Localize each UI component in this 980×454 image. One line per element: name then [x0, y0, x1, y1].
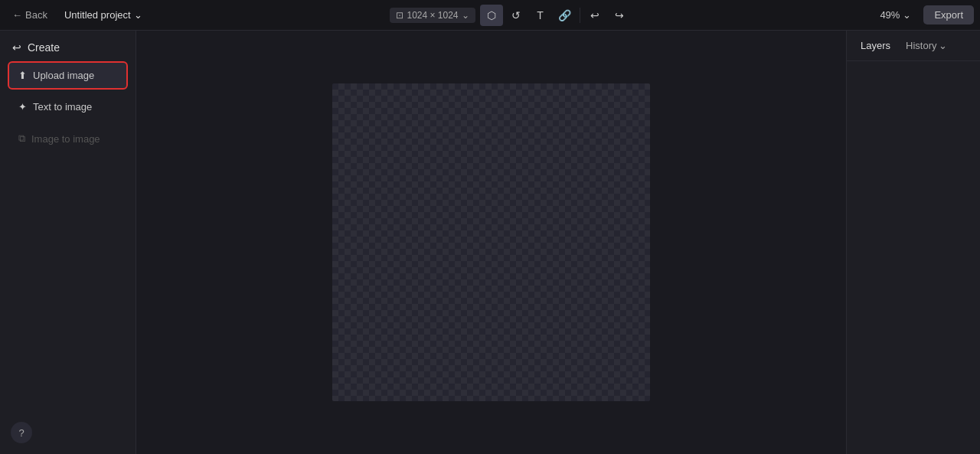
export-label: Export [934, 9, 963, 21]
sidebar-item-image-to-image: ⧉ Image to image [8, 124, 128, 153]
project-title-chevron-icon: ⌄ [134, 9, 142, 21]
layers-tab-label: Layers [861, 40, 890, 51]
header-center: ⊡ 1024 × 1024 ⌄ ⬡ ↺ T 🔗 ↩ ↪ [153, 5, 868, 26]
zoom-chevron-icon: ⌄ [903, 9, 911, 21]
sidebar-items: ⬆ Upload image ✦ Text to image ⧉ Image t… [0, 61, 136, 153]
text-tool-button[interactable]: T [529, 5, 552, 26]
create-icon: ↩ [12, 41, 21, 54]
canvas-area [136, 31, 846, 454]
zoom-button[interactable]: 49% ⌄ [874, 6, 917, 24]
right-sidebar: Layers History ⌄ [846, 31, 980, 454]
image-to-image-icon: ⧉ [18, 132, 25, 145]
history-chevron-icon: ⌄ [939, 40, 947, 51]
zoom-value: 49% [880, 9, 900, 21]
project-title[interactable]: Untitled project ⌄ [60, 6, 147, 24]
toolbar: ⬡ ↺ T 🔗 ↩ ↪ [480, 5, 631, 26]
sidebar-item-upload-image[interactable]: ⬆ Upload image [8, 61, 128, 90]
body: ↩ Create ⬆ Upload image ✦ Text to image … [0, 31, 980, 454]
text-to-image-icon: ✦ [18, 101, 27, 113]
upload-image-icon: ⬆ [18, 70, 27, 81]
back-icon: ← [12, 9, 22, 21]
toolbar-divider [580, 8, 580, 23]
canvas-size-chevron-icon: ⌄ [462, 10, 469, 21]
canvas-size-icon: ⊡ [396, 10, 403, 21]
project-title-text: Untitled project [64, 9, 131, 21]
redo-button[interactable]: ↪ [608, 5, 631, 26]
select-tool-button[interactable]: ⬡ [480, 5, 503, 26]
left-sidebar: ↩ Create ⬆ Upload image ✦ Text to image … [0, 31, 136, 454]
header: ← Back Untitled project ⌄ ⊡ 1024 × 1024 … [0, 0, 980, 31]
right-panel-content [847, 61, 980, 454]
back-label: Back [25, 9, 47, 21]
create-label: Create [28, 41, 60, 54]
header-right: 49% ⌄ Export [874, 5, 974, 24]
history-tab-label: History [906, 40, 936, 51]
sidebar-item-text-to-image[interactable]: ✦ Text to image [8, 93, 128, 121]
canvas-size-selector[interactable]: ⊡ 1024 × 1024 ⌄ [390, 8, 475, 23]
tab-layers[interactable]: Layers [853, 34, 898, 57]
export-button[interactable]: Export [923, 5, 974, 24]
upload-image-label: Upload image [33, 70, 94, 81]
link-tool-button[interactable]: 🔗 [554, 5, 577, 26]
image-to-image-label: Image to image [31, 133, 100, 145]
canvas-size-value: 1024 × 1024 [407, 10, 458, 21]
help-label: ? [18, 427, 24, 439]
rotate-tool-button[interactable]: ↺ [505, 5, 528, 26]
help-button[interactable]: ? [11, 422, 32, 443]
back-button[interactable]: ← Back [6, 6, 54, 24]
tab-history[interactable]: History ⌄ [898, 34, 955, 57]
canvas-preview [332, 83, 650, 401]
right-tabs: Layers History ⌄ [847, 31, 980, 61]
undo-button[interactable]: ↩ [583, 5, 606, 26]
create-header: ↩ Create [0, 31, 136, 61]
text-to-image-label: Text to image [33, 101, 92, 113]
